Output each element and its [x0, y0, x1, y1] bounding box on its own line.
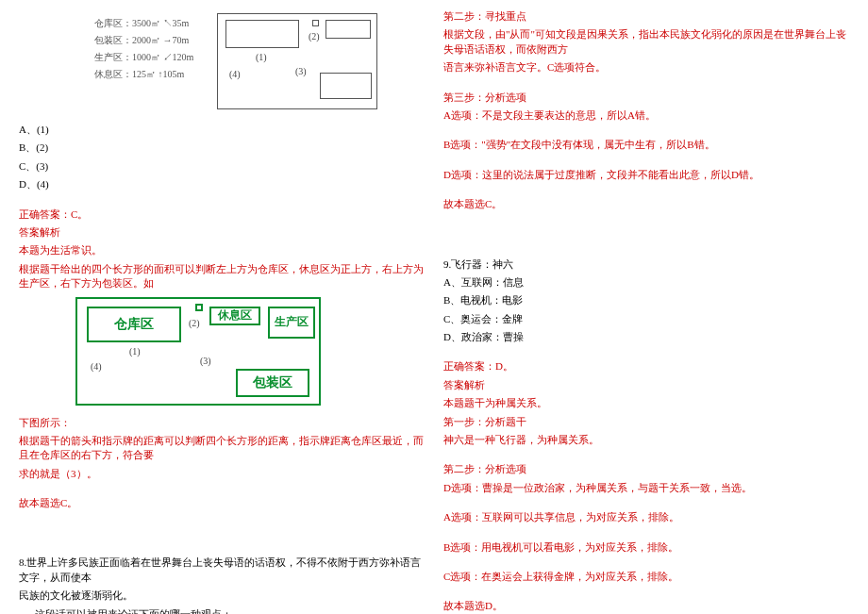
- q7-option-c: C、(3): [19, 159, 425, 174]
- small-square: [312, 20, 319, 26]
- legend-row-3: 生产区：1000㎡ ↙120m: [94, 49, 193, 66]
- q9-stem: 9.飞行器：神六: [443, 257, 849, 272]
- legend-row-1: 仓库区：3500㎡ ↖35m: [94, 15, 193, 32]
- box-1: [225, 20, 299, 48]
- q8r-step2b: 语言来弥补语言文字。C选项符合。: [443, 60, 849, 75]
- box-top-right: [326, 20, 371, 39]
- q8r-step2a: 根据文段，由"从而"可知文段是因果关系，指出本民族文化弱化的原因是在世界舞台上丧…: [443, 27, 849, 57]
- q9-explain-1: 本题题干为种属关系。: [443, 396, 849, 410]
- q8-stem-2: 民族的文化被逐渐弱化。: [19, 589, 425, 603]
- green-outer: 仓库区 休息区 生产区 包装区 (1) (2) (3) (4): [75, 297, 321, 406]
- q7-explain-title: 答案解析: [19, 225, 425, 240]
- below-diagram-label: 下图所示：: [19, 416, 425, 430]
- q9-step2: 第二步：分析选项: [443, 462, 849, 476]
- q9-option-c: C、奥运会：金牌: [443, 312, 849, 326]
- q9-explain-title: 答案解析: [443, 378, 849, 392]
- q9-answer: 正确答案：D。: [443, 359, 849, 373]
- q9-optB-exp: B选项：用电视机可以看电影，为对应关系，排除。: [443, 540, 849, 555]
- green-small-square: [195, 304, 203, 311]
- warehouse-box: 仓库区: [87, 307, 181, 342]
- label-2: (2): [309, 31, 320, 41]
- q8r-step3: 第三步：分析选项: [443, 91, 849, 105]
- top-diagram: 仓库区：3500㎡ ↖35m 包装区：2000㎡ →70m 生产区：1000㎡ …: [19, 9, 425, 113]
- q8r-step3a: A选项：不是文段主要表达的意思，所以A错。: [443, 108, 849, 123]
- q7-option-d: D、(4): [19, 177, 425, 191]
- q7-explain-4: 故本题选C。: [19, 496, 425, 510]
- rest-box: 休息区: [209, 307, 260, 325]
- q9-option-d: D、政治家：曹操: [443, 330, 849, 344]
- label-4: (4): [229, 69, 241, 79]
- q7-option-b: B、(2): [19, 141, 425, 155]
- q8r-step2: 第二步：寻找重点: [443, 9, 849, 24]
- box-bottom-right: [320, 73, 372, 99]
- q8-stem-1: 8.世界上许多民族正面临着在世界舞台上丧失母语的话语权，不得不依附于西方弥补语言…: [19, 556, 425, 585]
- q9-optC-exp: C选项：在奥运会上获得金牌，为对应关系，排除。: [443, 570, 849, 584]
- outer-rectangle: (1) (2) (3) (4): [217, 13, 377, 109]
- green-n1: (1): [129, 346, 141, 357]
- green-n2: (2): [189, 318, 200, 328]
- q8r-step3d: D选项：这里的说法属于过度推断，文段并不能看出此意，所以D错。: [443, 168, 849, 182]
- q9-explain-3: 神六是一种飞行器，为种属关系。: [443, 433, 849, 447]
- q7-explain-2: 根据题干给出的四个长方形的面积可以判断左上方为仓库区，休息区为正上方，右上方为生…: [19, 262, 425, 291]
- label-1: (1): [256, 52, 267, 62]
- green-n3: (3): [200, 356, 211, 366]
- packaging-box: 包装区: [236, 369, 309, 397]
- left-column: 仓库区：3500㎡ ↖35m 包装区：2000㎡ →70m 生产区：1000㎡ …: [19, 9, 425, 614]
- diagram-legend: 仓库区：3500㎡ ↖35m 包装区：2000㎡ →70m 生产区：1000㎡ …: [94, 15, 193, 83]
- green-diagram: 仓库区 休息区 生产区 包装区 (1) (2) (3) (4): [75, 297, 425, 410]
- label-3: (3): [295, 66, 307, 76]
- legend-row-2: 包装区：2000㎡ →70m: [94, 32, 193, 49]
- q8-stem-3: 这段话可以被用来论证下面的哪一种观点：: [19, 607, 425, 614]
- q9-option-a: A、互联网：信息: [443, 275, 849, 290]
- q9-explain-2: 第一步：分析题干: [443, 415, 849, 429]
- q9-final: 故本题选D。: [443, 599, 849, 613]
- legend-row-4: 休息区：125㎡ ↑105m: [94, 66, 193, 83]
- green-n4: (4): [91, 361, 102, 372]
- production-box: 生产区: [268, 307, 315, 339]
- q7-answer: 正确答案：C。: [19, 207, 425, 222]
- q8r-step3b: B选项："强势"在文段中没有体现，属无中生有，所以B错。: [443, 138, 849, 152]
- q7-explain-3b: 求的就是（3）。: [19, 467, 425, 481]
- q7-option-a: A、(1): [19, 123, 425, 137]
- q9-option-b: B、电视机：电影: [443, 293, 849, 307]
- q8r-step3e: 故本题选C。: [443, 197, 849, 211]
- q7-explain-3: 根据题干的箭头和指示牌的距离可以判断四个长方形的距离，指示牌距离仓库区最近，而且…: [19, 434, 425, 463]
- q9-optD-exp: D选项：曹操是一位政治家，为种属关系，与题干关系一致，当选。: [443, 481, 849, 495]
- right-column: 第二步：寻找重点 根据文段，由"从而"可知文段是因果关系，指出本民族文化弱化的原…: [443, 9, 849, 614]
- q9-optA-exp: A选项：互联网可以共享信息，为对应关系，排除。: [443, 510, 849, 524]
- q7-explain-1: 本题为生活常识。: [19, 243, 425, 257]
